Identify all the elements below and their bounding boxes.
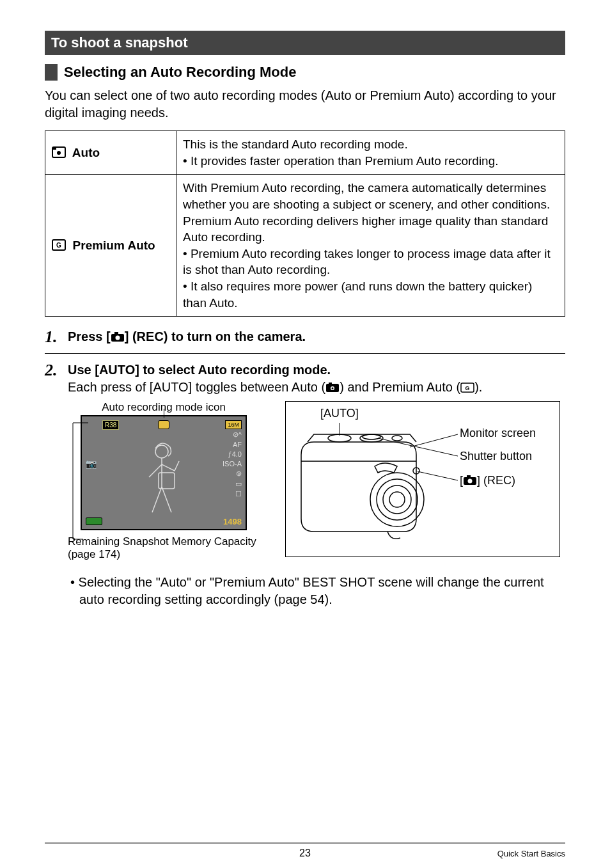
mode-desc-auto: This is the standard Auto recording mode… [176,131,565,175]
subject-illustration [133,442,203,519]
resolution-badge: 16M [225,420,242,429]
mode-indicator-icon [158,420,169,429]
counter-value: R38 [102,420,119,430]
camera-rec-icon [463,475,477,486]
intro-text: You can select one of two auto recording… [45,87,565,122]
mode-desc-bullet: Premium Auto recording takes longer to p… [183,247,551,277]
svg-point-11 [332,388,334,390]
svg-text:G: G [465,385,470,391]
table-row: G Premium Auto With Premium Auto recordi… [45,175,565,317]
svg-point-22 [383,485,411,514]
step-title: Press [ ] (REC) to turn on the camera. [68,329,306,343]
auto-button-label: [AUTO] [320,407,551,420]
status-icon: ⊚ [223,470,242,478]
screen-figure: Auto recording mode icon R38 16M ⊘ᴬ AF [68,401,260,561]
status-icon: ⊘ᴬ [223,430,242,439]
leader-line [70,420,90,548]
mode-desc-main: With Premium Auto recording, the camera … [183,181,550,244]
mode-label-auto: Auto [45,131,176,175]
step-number: 1. [45,328,68,347]
mode-table: Auto This is the standard Auto recording… [45,130,565,317]
svg-point-18 [363,434,380,439]
svg-rect-9 [329,383,332,384]
status-icon: AF [223,441,242,448]
status-icon: ISO-A [223,460,242,468]
mode-label-text: Premium Auto [73,239,155,252]
step-body-mid: ) and Premium Auto ( [340,380,460,394]
step-body-pre: Each press of [AUTO] toggles between Aut… [68,380,325,394]
mode-label-text: Auto [72,146,100,159]
note-bullet-text: Selecting the "Auto" or "Premium Auto" B… [79,575,544,606]
callout-shutter: Shutter button [460,450,532,463]
mode-desc-premium: With Premium Auto recording, the camera … [176,175,565,317]
screen-caption-bottom: Remaining Snapshot Memory Capacity (page… [68,535,260,561]
step-number: 2. [45,361,68,396]
callout-monitor: Monitor screen [460,427,536,440]
step-title-pre: Press [ [68,329,111,343]
svg-rect-1 [53,148,56,150]
step-title: Use [AUTO] to select Auto recording mode… [68,361,565,379]
table-row: Auto This is the standard Auto recording… [45,131,565,175]
mode-desc-bullet: It provides faster operation than Premiu… [191,154,499,168]
step-body-post: ). [474,380,482,394]
step-divider [45,353,565,354]
step-description: Each press of [AUTO] toggles between Aut… [68,379,565,396]
svg-rect-30 [467,475,471,478]
status-icons: ⊘ᴬ AF ƒ4.0 ISO-A ⊚ ▭ ☐ [223,430,242,498]
note-bullet: • Selecting the "Auto" or "Premium Auto"… [70,574,565,608]
svg-rect-15 [159,473,175,489]
svg-point-2 [57,151,61,155]
premium-auto-mode-icon-small: G [460,382,474,393]
camera-figure: [AUTO] [285,401,560,557]
svg-text:G: G [56,242,61,249]
footer-section-label: Quick Start Basics [497,849,565,858]
step-title-post: ] (REC) to turn on the camera. [125,329,306,343]
subheading-row: Selecting an Auto Recording Mode [45,64,565,81]
page-number: 23 [45,848,565,859]
status-icon: ƒ4.0 [223,450,242,458]
callout-rec: [ ] (REC) [460,474,515,487]
step-1: 1. Press [ ] (REC) to turn on the camera… [45,328,565,347]
mode-label-premium: G Premium Auto [45,175,176,317]
premium-auto-mode-icon: G [52,239,66,251]
status-icon: ☐ [223,490,242,498]
remaining-count: 1498 [223,517,242,526]
subheading-text: Selecting an Auto Recording Mode [64,64,296,81]
auto-mode-icon [52,146,66,158]
page-footer: 23 Quick Start Basics [45,842,565,846]
status-icon: ▭ [223,480,242,488]
svg-point-23 [389,492,405,507]
mode-desc-bullet: It also requires more power (and runs do… [183,280,532,310]
svg-point-14 [155,445,168,458]
svg-point-7 [115,336,120,340]
auto-mode-icon-small [325,382,340,393]
figures-row: Auto recording mode icon R38 16M ⊘ᴬ AF [68,401,565,561]
svg-rect-6 [114,332,118,335]
camera-illustration [295,423,442,544]
section-title: To shoot a snapshot [45,31,565,55]
svg-point-31 [468,479,473,484]
monitor-preview: R38 16M ⊘ᴬ AF ƒ4.0 ISO-A ⊚ ▭ ☐ [81,415,247,530]
step-2: 2. Use [AUTO] to select Auto recording m… [45,361,565,396]
mode-desc-main: This is the standard Auto recording mode… [183,138,408,151]
callout-rec-post: ] (REC) [477,474,515,487]
svg-point-19 [392,436,402,441]
camera-rec-icon [111,331,125,343]
subheading-marker [45,64,58,81]
